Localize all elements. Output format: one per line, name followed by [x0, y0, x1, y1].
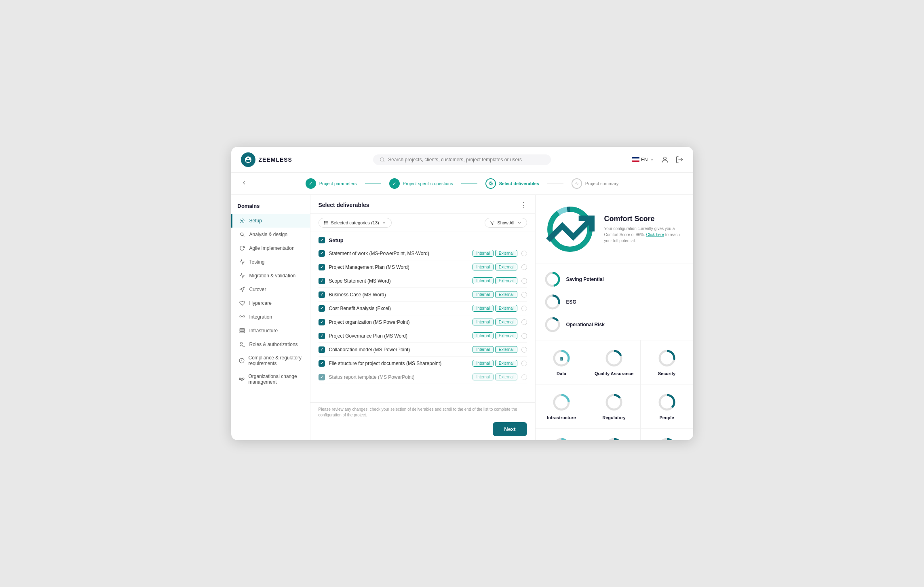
grid-item-label-regulatory: Regulatory: [602, 415, 625, 420]
deliverable-checkbox-7[interactable]: [319, 346, 325, 353]
sidebar-label-agile: Agile Implementation: [249, 245, 295, 251]
section-checkbox[interactable]: [319, 237, 325, 243]
table-row: Cost Benefit Analysis (Excel) Internal E…: [319, 302, 527, 315]
logo-icon: [241, 152, 255, 167]
info-icon-7[interactable]: i: [521, 347, 527, 353]
score-title: Comfort Score: [604, 215, 685, 223]
external-tag-1[interactable]: External: [495, 264, 517, 270]
chevron-down-filter-icon: [382, 220, 386, 225]
step-label-4: Project summary: [585, 181, 619, 186]
sidebar-item-migration[interactable]: Migration & validation: [231, 269, 310, 283]
external-tag-9[interactable]: External: [495, 374, 517, 380]
category-filter-button[interactable]: Selected categories (13): [319, 218, 392, 228]
sidebar-item-analysis[interactable]: Analysis & design: [231, 228, 310, 241]
svg-marker-9: [240, 287, 244, 291]
internal-tag-8[interactable]: Internal: [473, 360, 493, 367]
step-specific-questions[interactable]: ✓ Project specific questions: [381, 178, 461, 189]
logout-icon-btn[interactable]: [675, 156, 684, 164]
deliverable-checkbox-6[interactable]: [319, 333, 325, 339]
internal-tag-2[interactable]: Internal: [473, 277, 493, 284]
step-select-deliverables[interactable]: Select deliverables: [477, 178, 547, 189]
deliverable-name-8: File structure for project documents (MS…: [329, 361, 469, 366]
trend-up-icon: [544, 203, 596, 255]
deliverable-checkbox-5[interactable]: [319, 319, 325, 325]
svg-point-29: [324, 221, 325, 222]
info-icon-8[interactable]: i: [521, 361, 527, 366]
sidebar-item-testing[interactable]: Testing: [231, 255, 310, 269]
lang-label: EN: [641, 157, 648, 163]
lang-selector[interactable]: EN: [632, 157, 654, 163]
more-options-button[interactable]: ⋮: [520, 201, 527, 209]
next-button[interactable]: Next: [493, 422, 527, 436]
score-description: Your configuration currently gives you a…: [604, 226, 685, 244]
internal-tag-7[interactable]: Internal: [473, 346, 493, 353]
info-icon-2[interactable]: i: [521, 278, 527, 284]
deliverable-checkbox-3[interactable]: [319, 291, 325, 298]
external-tag-6[interactable]: External: [495, 332, 517, 339]
internal-tag-0[interactable]: Internal: [473, 250, 493, 257]
step-project-parameters[interactable]: ✓ Project parameters: [297, 178, 365, 189]
table-row: File structure for project documents (MS…: [319, 357, 527, 370]
internal-tag-6[interactable]: Internal: [473, 332, 493, 339]
sidebar-item-org-change[interactable]: Organizational change management: [231, 370, 310, 389]
sidebar-item-cutover[interactable]: Cutover: [231, 283, 310, 296]
sidebar-item-compliance[interactable]: Compliance & regulatory requirements: [231, 351, 310, 370]
grid-item-infrastructure: Infrastructure: [536, 384, 588, 429]
step-label-2: Project specific questions: [403, 181, 453, 186]
deliverable-checkbox-8[interactable]: [319, 360, 325, 367]
info-icon-0[interactable]: i: [521, 251, 527, 256]
internal-tag-1[interactable]: Internal: [473, 264, 493, 270]
step-icon-3: [485, 178, 496, 189]
external-tag-2[interactable]: External: [495, 277, 517, 284]
show-all-button[interactable]: Show All: [485, 218, 527, 228]
internal-tag-4[interactable]: Internal: [473, 305, 493, 312]
search-bar[interactable]: [373, 154, 551, 165]
internal-tag-5[interactable]: Internal: [473, 319, 493, 325]
info-icon-5[interactable]: i: [521, 319, 527, 325]
deliverable-checkbox-9[interactable]: [319, 374, 325, 380]
search-input[interactable]: [388, 157, 544, 163]
external-tag-5[interactable]: External: [495, 319, 517, 325]
info-icon-6[interactable]: i: [521, 333, 527, 339]
sidebar-item-infrastructure[interactable]: Infrastructure: [231, 324, 310, 338]
list-icon: [324, 220, 329, 225]
score-link[interactable]: Click here: [646, 232, 664, 237]
user-icon-btn[interactable]: [661, 156, 669, 164]
internal-tag-3[interactable]: Internal: [473, 291, 493, 298]
info-icon-9[interactable]: i: [521, 374, 527, 380]
info-icon-1[interactable]: i: [521, 264, 527, 270]
deliverable-checkbox-2[interactable]: [319, 278, 325, 284]
internal-tag-9[interactable]: Internal: [473, 374, 493, 380]
external-tag-3[interactable]: External: [495, 291, 517, 298]
grid-item-suppliers: Suppliers: [588, 429, 641, 440]
sidebar-item-setup[interactable]: Setup: [231, 214, 310, 228]
sidebar-label-testing: Testing: [249, 259, 265, 265]
sidebar-item-roles[interactable]: Roles & authorizations: [231, 338, 310, 351]
back-button[interactable]: [241, 179, 247, 188]
external-tag-0[interactable]: External: [495, 250, 517, 257]
step-project-summary[interactable]: Project summary: [563, 178, 627, 189]
tag-group-8: Internal External: [473, 360, 517, 367]
chevron-down-showall-icon: [517, 220, 522, 225]
sidebar-item-integration[interactable]: Integration: [231, 310, 310, 324]
external-tag-4[interactable]: External: [495, 305, 517, 312]
external-tag-7[interactable]: External: [495, 346, 517, 353]
sidebar-item-agile[interactable]: Agile Implementation: [231, 241, 310, 255]
grid-item-people: People: [641, 384, 693, 429]
sidebar-item-hypercare[interactable]: Hypercare: [231, 296, 310, 310]
table-row: Project Management Plan (MS Word) Intern…: [319, 260, 527, 274]
org-change-icon: [239, 376, 245, 382]
deliverable-checkbox-4[interactable]: [319, 305, 325, 312]
info-icon-3[interactable]: i: [521, 292, 527, 298]
sidebar-label-roles: Roles & authorizations: [249, 342, 298, 347]
analysis-icon: [239, 231, 245, 238]
deliverable-checkbox-1[interactable]: [319, 264, 325, 270]
grid-section: 🗄 Data Quality Assurance: [536, 340, 693, 440]
svg-rect-13: [240, 329, 245, 330]
search-icon: [380, 157, 385, 163]
logout-icon: [675, 156, 684, 164]
deliverable-checkbox-0[interactable]: [319, 250, 325, 257]
migration-icon: [239, 272, 245, 279]
external-tag-8[interactable]: External: [495, 360, 517, 367]
info-icon-4[interactable]: i: [521, 306, 527, 311]
